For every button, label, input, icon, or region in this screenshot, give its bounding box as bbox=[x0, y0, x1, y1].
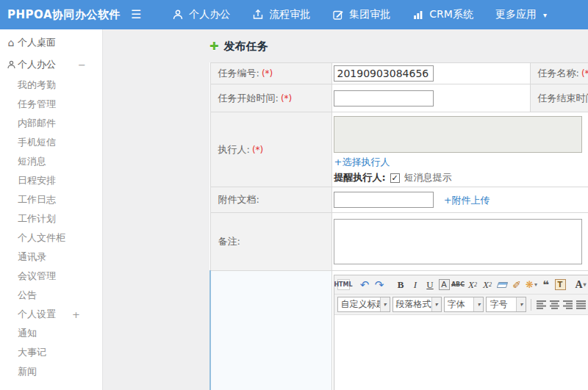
sidebar-item-label: 公告 bbox=[18, 289, 37, 302]
redo-icon[interactable]: ↷ bbox=[373, 278, 386, 292]
topbar: PHPOA协同办公软件 ☰ 个人办公 流程审批 集团审批 bbox=[0, 0, 588, 29]
sidebar-item-work-plan[interactable]: 工作计划 bbox=[0, 209, 102, 228]
editor-content-area[interactable] bbox=[334, 315, 588, 390]
sidebar-item-label: 个人办公 bbox=[18, 58, 56, 71]
task-number-input[interactable] bbox=[334, 65, 434, 82]
task-number-label: 任务编号:(*) bbox=[210, 63, 331, 84]
attachment-upload-link[interactable]: +附件上传 bbox=[444, 195, 490, 206]
attachment-label: 附件文档: bbox=[210, 187, 331, 213]
sms-remind-checkbox[interactable]: ✓ bbox=[390, 173, 400, 183]
subscript-button[interactable]: X2 bbox=[481, 278, 494, 292]
sidebar-item-notice[interactable]: 通知 bbox=[0, 324, 102, 343]
undo-icon[interactable]: ↶ bbox=[359, 278, 371, 292]
align-justify-icon[interactable] bbox=[576, 297, 587, 311]
nav-label: 流程审批 bbox=[269, 8, 310, 21]
bold-button[interactable]: B bbox=[395, 278, 407, 292]
sidebar-item-news[interactable]: 新闻 bbox=[0, 362, 102, 381]
sidebar-item-mobile-sms[interactable]: 手机短信 bbox=[0, 133, 102, 152]
sidebar-item-label: 任务管理 bbox=[18, 98, 56, 111]
nav-flow-approval[interactable]: 流程审批 bbox=[252, 8, 310, 21]
sidebar-item-task-management[interactable]: 任务管理 bbox=[0, 95, 102, 114]
sidebar-item-my-attendance[interactable]: 我的考勤 bbox=[0, 76, 102, 95]
editor-toolbar-row1: HTML ↶ ↷ B I U A ABC X2 X2 bbox=[334, 275, 588, 295]
row-task-number: 任务编号:(*) 任务名称:(*) bbox=[210, 63, 588, 84]
font-border-button[interactable]: A bbox=[439, 279, 450, 290]
html-source-button[interactable]: HTML bbox=[337, 279, 350, 290]
remind-executor-label: 提醒执行人: bbox=[334, 171, 386, 184]
sidebar-item-short-message[interactable]: 短消息 bbox=[0, 152, 102, 171]
strikethrough-button[interactable]: ABC bbox=[452, 278, 465, 292]
underline-button[interactable]: U bbox=[424, 278, 437, 292]
caret-down-icon: ▾ bbox=[380, 297, 390, 311]
nav-more-apps[interactable]: 更多应用 ▾ bbox=[495, 8, 547, 21]
start-time-input[interactable] bbox=[334, 90, 434, 106]
required-marker: (*) bbox=[581, 68, 588, 79]
page-title-text: 发布任务 bbox=[224, 40, 268, 54]
sidebar-item-label: 短消息 bbox=[18, 155, 46, 168]
app-logo: PHPOA协同办公软件 bbox=[0, 8, 131, 22]
nav-group-approval[interactable]: 集团审批 bbox=[332, 8, 390, 21]
task-form: 任务编号:(*) 任务名称:(*) 任务开始时间:(*) 任务结束时 bbox=[209, 62, 588, 390]
plus-icon: ✚ bbox=[209, 41, 219, 52]
auto-typeset-icon[interactable]: ❋▾ bbox=[526, 278, 538, 292]
sidebar-item-label: 通讯录 bbox=[18, 250, 46, 264]
sidebar-item-personal-desktop[interactable]: ⌂ 个人桌面 bbox=[0, 32, 102, 54]
caret-down-icon: ▾ bbox=[431, 297, 441, 311]
select-executor-link[interactable]: +选择执行人 bbox=[334, 156, 390, 169]
collapse-icon[interactable]: − bbox=[78, 59, 86, 71]
remark-textarea[interactable] bbox=[334, 219, 582, 264]
eraser-icon[interactable] bbox=[496, 278, 509, 292]
paste-text-icon[interactable]: T bbox=[555, 279, 566, 290]
sidebar-item-personal-settings[interactable]: 个人设置 + bbox=[0, 305, 102, 324]
attachment-input[interactable] bbox=[334, 192, 434, 208]
required-marker: (*) bbox=[262, 68, 273, 79]
row-remark: 备注: bbox=[210, 213, 588, 271]
superscript-button[interactable]: X2 bbox=[467, 278, 479, 292]
sidebar-item-label: 个人桌面 bbox=[18, 36, 56, 49]
sidebar-item-personal-office[interactable]: 个人办公 − bbox=[0, 54, 102, 76]
nav-personal-office[interactable]: 个人办公 bbox=[172, 8, 230, 21]
expand-icon[interactable]: + bbox=[72, 309, 80, 320]
sidebar-item-label: 我的考勤 bbox=[18, 79, 56, 92]
sidebar-item-label: 个人文件柜 bbox=[18, 231, 65, 245]
executor-textarea[interactable] bbox=[334, 116, 582, 153]
nav-label: 更多应用 bbox=[495, 8, 537, 21]
caret-down-icon: ▾ bbox=[543, 11, 547, 19]
nav-crm-system[interactable]: CRM系统 bbox=[412, 8, 473, 21]
row-description: 任务描述:(*) HTML ↶ ↷ B I U A bbox=[210, 271, 588, 390]
blockquote-icon[interactable]: ❝ bbox=[540, 278, 553, 292]
align-right-icon[interactable] bbox=[562, 297, 573, 311]
italic-button[interactable]: I bbox=[409, 278, 422, 292]
end-time-label: 任务结束时间:(*) bbox=[530, 84, 588, 112]
sidebar-item-internal-mail[interactable]: 内部邮件 bbox=[0, 114, 102, 133]
format-brush-icon[interactable]: ✐ bbox=[511, 278, 523, 292]
sidebar-item-contacts[interactable]: 通讯录 bbox=[0, 248, 102, 267]
group-approve-icon bbox=[332, 9, 344, 21]
crm-chart-icon bbox=[412, 9, 424, 21]
remark-label: 备注: bbox=[210, 213, 331, 271]
custom-title-select[interactable]: 自定义标题▾ bbox=[337, 297, 390, 312]
font-family-select[interactable]: 字体▾ bbox=[444, 297, 484, 312]
sidebar-item-announcement[interactable]: 公告 bbox=[0, 286, 102, 305]
align-left-icon[interactable] bbox=[536, 297, 547, 311]
sidebar-item-schedule[interactable]: 日程安排 bbox=[0, 171, 102, 190]
sidebar-item-work-log[interactable]: 工作日志 bbox=[0, 190, 102, 209]
nav-label: CRM系统 bbox=[429, 8, 473, 21]
sidebar-item-label: 会议管理 bbox=[18, 270, 56, 283]
row-executor: 执行人:(*) +选择执行人 提醒执行人: ✓ 短消息提示 bbox=[210, 112, 588, 187]
sms-remind-label: 短消息提示 bbox=[404, 171, 452, 184]
sidebar-item-file-cabinet[interactable]: 个人文件柜 bbox=[0, 228, 102, 248]
align-center-icon[interactable] bbox=[549, 297, 560, 311]
app-window: PHPOA协同办公软件 ☰ 个人办公 流程审批 集团审批 bbox=[0, 0, 588, 390]
sidebar-item-memorabilia[interactable]: 大事记 bbox=[0, 343, 102, 362]
home-icon: ⌂ bbox=[5, 37, 17, 48]
sidebar-item-meeting-management[interactable]: 会议管理 bbox=[0, 267, 102, 286]
sidebar-item-label: 内部邮件 bbox=[18, 117, 56, 130]
menu-toggle-icon[interactable]: ☰ bbox=[131, 9, 141, 21]
row-task-time: 任务开始时间:(*) 任务结束时间:(*) bbox=[210, 84, 588, 112]
font-size-select[interactable]: 字号▾ bbox=[486, 297, 526, 312]
font-color-button[interactable]: A▾ bbox=[575, 278, 587, 292]
paragraph-format-select[interactable]: 段落格式▾ bbox=[392, 297, 442, 312]
sidebar-item-label: 工作日志 bbox=[18, 193, 56, 206]
description-label: 任务描述:(*) bbox=[210, 271, 331, 390]
